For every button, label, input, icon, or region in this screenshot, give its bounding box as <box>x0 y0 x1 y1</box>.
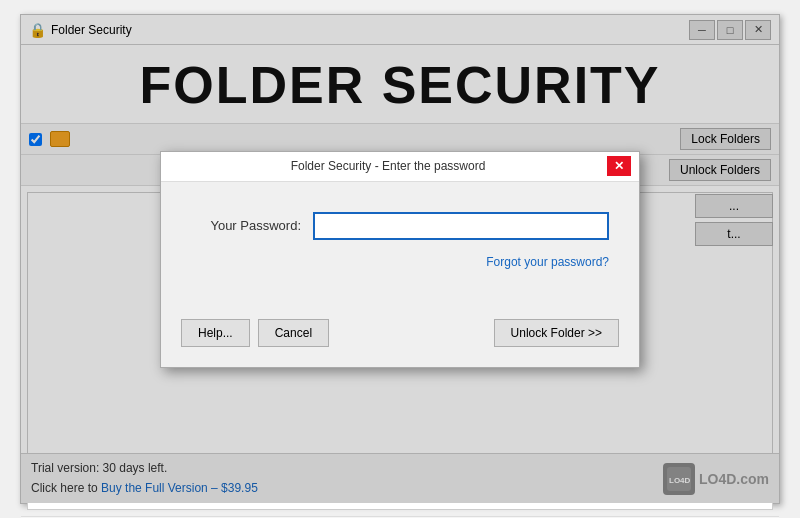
help-button[interactable]: Help... <box>181 319 250 347</box>
forgot-link-row: Forgot your password? <box>191 254 609 269</box>
password-row: Your Password: <box>191 212 609 240</box>
dialog-overlay: Folder Security - Enter the password ✕ Y… <box>21 15 779 503</box>
password-input[interactable] <box>313 212 609 240</box>
dialog-close-button[interactable]: ✕ <box>607 156 631 176</box>
dialog-title: Folder Security - Enter the password <box>169 159 607 173</box>
cancel-button[interactable]: Cancel <box>258 319 329 347</box>
dialog-close-icon: ✕ <box>614 159 624 173</box>
forgot-password-link[interactable]: Forgot your password? <box>486 255 609 269</box>
unlock-folder-button[interactable]: Unlock Folder >> <box>494 319 619 347</box>
password-label: Your Password: <box>191 218 301 233</box>
dialog-body: Your Password: Forgot your password? <box>161 182 639 309</box>
main-window: 🔒 Folder Security ─ □ ✕ FOLDER SECURITY … <box>20 14 780 504</box>
password-dialog: Folder Security - Enter the password ✕ Y… <box>160 151 640 368</box>
dialog-titlebar: Folder Security - Enter the password ✕ <box>161 152 639 182</box>
dialog-footer: Help... Cancel Unlock Folder >> <box>161 309 639 367</box>
